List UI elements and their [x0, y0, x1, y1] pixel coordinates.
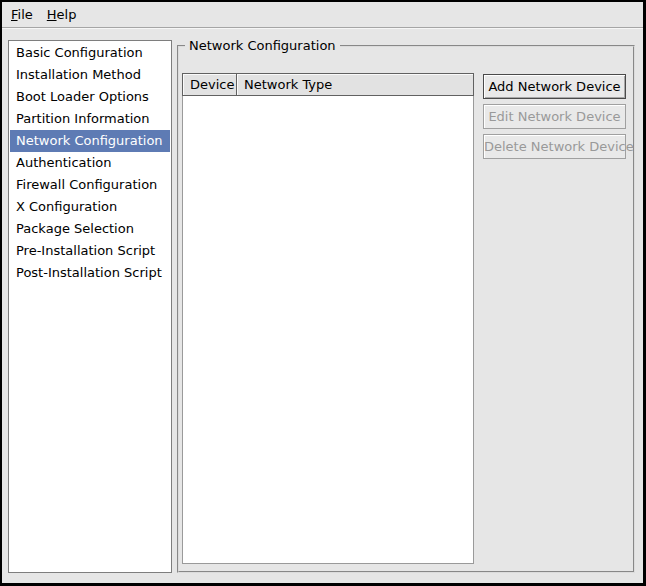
category-item-basic-configuration[interactable]: Basic Configuration	[10, 42, 170, 64]
category-item-authentication[interactable]: Authentication	[10, 152, 170, 174]
device-action-buttons: Add Network Device Edit Network Device D…	[483, 74, 626, 159]
category-item-package-selection[interactable]: Package Selection	[10, 218, 170, 240]
category-list: Basic Configuration Installation Method …	[8, 40, 172, 573]
category-item-x-configuration[interactable]: X Configuration	[10, 196, 170, 218]
column-header-network-type[interactable]: Network Type	[236, 73, 474, 96]
menu-file[interactable]: File	[4, 4, 40, 25]
network-configuration-groupbox: Network Configuration Device Network Typ…	[177, 38, 635, 573]
menu-bar: File Help	[2, 2, 643, 28]
edit-network-device-button[interactable]: Edit Network Device	[483, 104, 626, 129]
table-header-row: Device Network Type	[182, 73, 474, 96]
category-item-partition-information[interactable]: Partition Information	[10, 108, 170, 130]
network-device-table: Device Network Type	[182, 73, 474, 564]
application-window: File Help Basic Configuration Installati…	[0, 0, 646, 586]
delete-network-device-button[interactable]: Delete Network Device	[483, 134, 626, 159]
category-item-installation-method[interactable]: Installation Method	[10, 64, 170, 86]
groupbox-title: Network Configuration	[185, 38, 340, 53]
column-header-device[interactable]: Device	[182, 73, 237, 96]
category-item-boot-loader-options[interactable]: Boot Loader Options	[10, 86, 170, 108]
category-item-firewall-configuration[interactable]: Firewall Configuration	[10, 174, 170, 196]
device-table-body[interactable]	[182, 96, 474, 564]
add-network-device-button[interactable]: Add Network Device	[483, 74, 626, 99]
menu-help[interactable]: Help	[40, 4, 84, 25]
category-item-pre-installation-script[interactable]: Pre-Installation Script	[10, 240, 170, 262]
category-item-network-configuration[interactable]: Network Configuration	[10, 130, 170, 152]
category-item-post-installation-script[interactable]: Post-Installation Script	[10, 262, 170, 284]
